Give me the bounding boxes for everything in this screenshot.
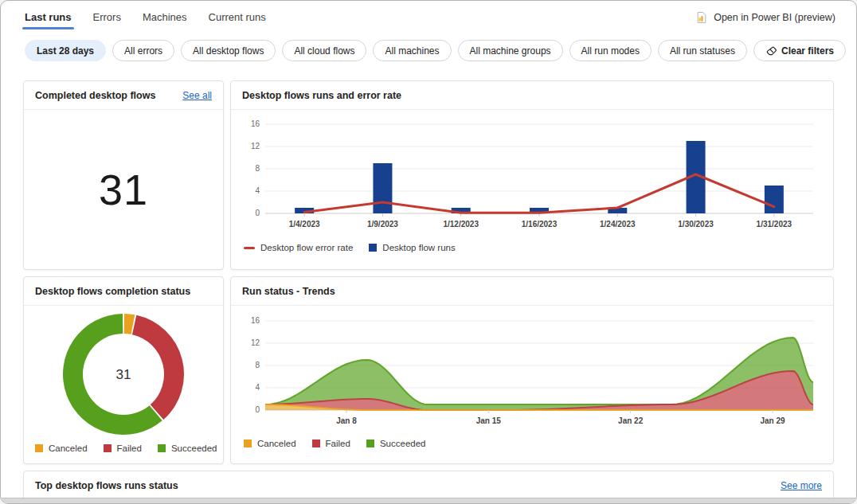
svg-text:1/24/2023: 1/24/2023 (600, 220, 636, 229)
runs-error-rate-card: Desktop flows runs and error rate 161284… (230, 80, 834, 270)
completion-status-card: Desktop flows completion status 31 Cance… (23, 276, 224, 464)
svg-text:12: 12 (251, 338, 260, 347)
clear-filters-label: Clear filters (781, 45, 834, 57)
trends-legend: CanceledFailedSucceeded (231, 432, 833, 448)
run-status-trends-chart[interactable]: 1612840Jan 8Jan 15Jan 22Jan 29 (238, 310, 828, 429)
svg-text:1/4/2023: 1/4/2023 (289, 220, 320, 229)
legend-item-canceled[interactable]: Canceled (35, 443, 88, 453)
svg-text:8: 8 (255, 164, 260, 173)
tab-machines[interactable]: Machines (143, 11, 187, 30)
failed-swatch (104, 444, 112, 452)
filter-pill-all-machine-groups[interactable]: All machine groups (458, 40, 563, 61)
svg-text:16: 16 (251, 316, 260, 325)
filter-pill-all-errors[interactable]: All errors (112, 40, 174, 61)
legend-label: Canceled (49, 443, 88, 453)
donut-slice-failed[interactable] (132, 315, 184, 420)
filter-pill-all-machines[interactable]: All machines (373, 40, 451, 61)
svg-text:4: 4 (255, 383, 260, 392)
svg-text:12: 12 (251, 142, 260, 150)
tab-current-runs[interactable]: Current runs (209, 11, 266, 30)
legend-item-failed[interactable]: Failed (312, 439, 350, 448)
legend-item-desktop-flow-runs[interactable]: Desktop flow runs (369, 243, 455, 252)
run-status-trends-card: Run status - Trends 1612840Jan 8Jan 15Ja… (230, 276, 834, 464)
legend-label: Failed (326, 439, 350, 448)
see-more-link[interactable]: See more (781, 480, 822, 491)
row-2: Desktop flows completion status 31 Cance… (23, 276, 834, 464)
svg-text:31: 31 (116, 367, 131, 382)
runs-error-card-title: Desktop flows runs and error rate (242, 90, 401, 101)
legend-label: Desktop flow error rate (260, 243, 353, 252)
completion-card-title: Desktop flows completion status (35, 286, 190, 297)
completed-card-title: Completed desktop flows (35, 90, 155, 101)
runs-error-rate-chart[interactable]: 16128401/4/20231/9/20231/12/20231/16/202… (238, 114, 828, 233)
filter-pill-all-run-modes[interactable]: All run modes (569, 40, 652, 61)
filter-pill-last-28-days[interactable]: Last 28 days (25, 40, 106, 61)
legend-item-failed[interactable]: Failed (104, 443, 142, 453)
legend-label: Canceled (257, 439, 296, 448)
svg-text:1/31/2023: 1/31/2023 (757, 220, 792, 229)
legend-label: Desktop flow runs (382, 243, 455, 252)
eraser-icon (765, 45, 777, 57)
failed-swatch (312, 440, 320, 447)
top-flows-card-title: Top desktop flows runs status (35, 480, 178, 491)
svg-text:4: 4 (255, 186, 260, 195)
filter-pill-all-run-statuses[interactable]: All run statuses (658, 40, 747, 61)
analytics-dashboard: Last runsErrorsMachinesCurrent runs Open… (0, 0, 857, 504)
legend-item-desktop-flow-error-rate[interactable]: Desktop flow error rate (244, 243, 353, 252)
legend-label: Succeeded (171, 443, 217, 453)
succeeded-swatch (158, 444, 166, 452)
tab-bar: Last runsErrorsMachinesCurrent runs (25, 11, 266, 30)
canceled-swatch (35, 444, 43, 452)
svg-text:Jan 8: Jan 8 (336, 416, 357, 425)
trends-card-title: Run status - Trends (242, 286, 335, 297)
desktop-flow-runs-swatch (369, 244, 377, 252)
completed-flows-count: 31 (99, 165, 148, 214)
completion-status-donut-chart[interactable]: 31 (55, 307, 192, 440)
succeeded-swatch (366, 440, 374, 447)
svg-text:Jan 15: Jan 15 (476, 416, 502, 425)
completed-desktop-flows-card: Completed desktop flows See all 31 (23, 80, 224, 270)
tab-errors[interactable]: Errors (93, 11, 121, 30)
canceled-swatch (244, 440, 252, 447)
legend-item-succeeded[interactable]: Succeeded (366, 439, 426, 448)
svg-text:16: 16 (251, 119, 260, 128)
runs-error-rate-legend: Desktop flow error rateDesktop flow runs (231, 236, 833, 252)
svg-text:1/16/2023: 1/16/2023 (522, 220, 558, 229)
legend-item-canceled[interactable]: Canceled (244, 439, 296, 448)
svg-text:Jan 29: Jan 29 (760, 416, 785, 425)
svg-text:0: 0 (255, 405, 260, 414)
svg-text:0: 0 (255, 209, 260, 217)
legend-label: Succeeded (380, 439, 426, 448)
open-in-power-bi-link[interactable]: Open in Power BI (preview) (695, 11, 835, 24)
svg-text:Jan 22: Jan 22 (618, 416, 644, 425)
filter-pill-all-desktop-flows[interactable]: All desktop flows (181, 40, 276, 61)
see-all-link[interactable]: See all (182, 90, 212, 101)
legend-label: Failed (117, 443, 142, 453)
open-in-power-bi-label: Open in Power BI (preview) (714, 12, 835, 23)
svg-text:1/12/2023: 1/12/2023 (443, 220, 479, 229)
desktop-flow-error-rate-swatch (244, 247, 255, 249)
filter-pill-all-cloud-flows[interactable]: All cloud flows (282, 40, 366, 61)
legend-item-succeeded[interactable]: Succeeded (158, 443, 217, 453)
filter-bar: Last 28 daysAll errorsAll desktop flowsA… (1, 30, 856, 61)
svg-text:1/30/2023: 1/30/2023 (678, 220, 714, 229)
completion-status-legend: CanceledFailedSucceeded (24, 443, 223, 463)
svg-text:1/9/2023: 1/9/2023 (367, 220, 398, 229)
svg-text:8: 8 (255, 361, 260, 369)
tab-last-runs[interactable]: Last runs (25, 11, 72, 30)
window-bottom-edge (1, 498, 856, 503)
top-bar: Last runsErrorsMachinesCurrent runs Open… (1, 1, 856, 30)
row-1: Completed desktop flows See all 31 Deskt… (23, 80, 834, 270)
cards-area: Completed desktop flows See all 31 Deskt… (23, 80, 834, 504)
power-bi-icon (695, 11, 708, 24)
clear-filters-button[interactable]: Clear filters (753, 40, 846, 61)
